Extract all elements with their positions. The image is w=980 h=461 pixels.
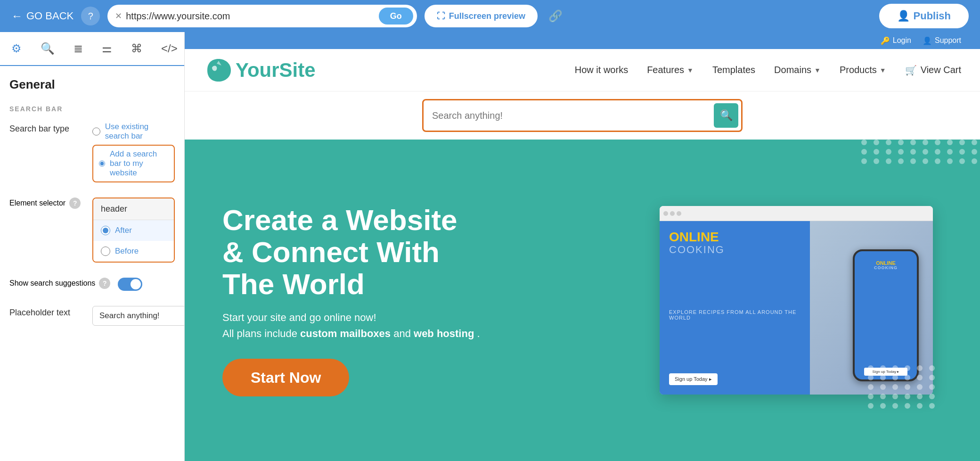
main-layout: ⚙ 🔍 ≣ ⚌ ⌘ </> General SEARCH BAR Search … xyxy=(0,32,980,461)
mockup-title-gray: COOKING xyxy=(669,244,800,256)
publish-button[interactable]: 👤 Publish xyxy=(879,4,969,28)
search-bar-type-label: Search bar type xyxy=(9,122,85,134)
content-area: 🔑 Login 👤 Support YourSite How it works … xyxy=(185,32,980,461)
element-selector-label-group: Element selector ? xyxy=(9,198,85,209)
url-clear-icon[interactable]: ✕ xyxy=(115,11,122,21)
site-logo: YourSite xyxy=(204,57,316,83)
after-option[interactable]: After xyxy=(93,220,174,241)
share-icon: 🔗 xyxy=(548,9,563,23)
go-back-button[interactable]: ← GO BACK xyxy=(11,9,74,23)
element-selector-help[interactable]: ? xyxy=(69,198,81,209)
sidebar-title: General xyxy=(9,77,175,92)
phone-mockup: ONLINE COOKING Sign up Today ▸ xyxy=(853,249,919,381)
hero-section: Create a Website & Connect With The Worl… xyxy=(185,140,980,461)
start-now-button[interactable]: Start Now xyxy=(222,359,349,396)
use-existing-label: Use existing search bar xyxy=(105,122,175,141)
logo-icon xyxy=(204,57,234,83)
login-link[interactable]: 🔑 Login xyxy=(881,36,911,45)
before-option[interactable]: Before xyxy=(93,241,174,262)
nav-features[interactable]: Features ▼ xyxy=(647,65,694,75)
search-bar-type-row: Search bar type Use existing search bar … xyxy=(9,122,175,182)
list-icon-button[interactable]: ≣ xyxy=(72,40,85,57)
view-cart-button[interactable]: 🛒 View Cart xyxy=(905,65,961,76)
search-bar-wrapper: 🔍 xyxy=(422,99,743,132)
hero-content: Create a Website & Connect With The Worl… xyxy=(222,204,480,397)
nav-templates[interactable]: Templates xyxy=(712,65,755,75)
logo-text: YourSite xyxy=(236,59,316,82)
hero-subtitle: Start your site and go online now! xyxy=(222,312,480,324)
back-arrow-icon: ← xyxy=(11,9,23,23)
dots-bottom-right xyxy=(868,365,938,409)
element-selector-label: Element selector xyxy=(9,199,65,207)
dot xyxy=(861,140,867,145)
settings-icon-button[interactable]: ⚙ xyxy=(9,40,24,57)
element-selector-container: After Before xyxy=(92,198,175,263)
nav-domains[interactable]: Domains ▼ xyxy=(774,65,821,75)
phone-title: ONLINE COOKING xyxy=(874,261,898,270)
search-submit-button[interactable]: 🔍 xyxy=(714,103,738,128)
show-suggestions-help[interactable]: ? xyxy=(99,278,110,289)
products-dropdown-icon: ▼ xyxy=(880,66,886,74)
show-suggestions-label-group: Show search suggestions ? xyxy=(9,278,110,289)
domains-dropdown-icon: ▼ xyxy=(814,66,821,74)
go-back-label: GO BACK xyxy=(26,10,74,22)
nav-products[interactable]: Products ▼ xyxy=(840,65,886,75)
fullscreen-label: Fullscreen preview xyxy=(449,11,525,21)
search-bar-section: 🔍 xyxy=(185,91,980,140)
placeholder-text-label: Placeholder text xyxy=(9,306,85,318)
mockup-title-yellow: ONLINE xyxy=(669,230,800,244)
add-search-bar-label: Add a search bar to my website xyxy=(110,149,168,178)
placeholder-text-input[interactable] xyxy=(92,306,184,326)
show-suggestions-toggle[interactable] xyxy=(118,278,142,291)
inject-radio-group: After Before xyxy=(93,220,174,262)
sidebar-toolbar: ⚙ 🔍 ≣ ⚌ ⌘ </> xyxy=(0,32,184,66)
share-button[interactable]: 🔗 xyxy=(545,6,566,26)
use-existing-radio[interactable] xyxy=(92,127,100,136)
fullscreen-icon: ⛶ xyxy=(437,11,445,21)
fullscreen-button[interactable]: ⛶ Fullscreen preview xyxy=(425,5,538,27)
sidebar-content: General SEARCH BAR Search bar type Use e… xyxy=(0,66,184,461)
hero-desc: All plans include custom mailboxes and w… xyxy=(222,328,480,340)
mockup-subtitle: EXPLORE RECIPES FROM ALL AROUND THE WORL… xyxy=(669,309,800,321)
grid-icon-button[interactable]: ⌘ xyxy=(129,40,144,57)
go-button[interactable]: Go xyxy=(379,8,413,25)
add-search-bar-radio[interactable] xyxy=(99,159,105,168)
table-icon-button[interactable]: ⚌ xyxy=(100,40,114,57)
add-search-bar-option[interactable]: Add a search bar to my website xyxy=(92,145,175,182)
section-label: SEARCH BAR xyxy=(9,105,175,113)
search-submit-icon: 🔍 xyxy=(720,109,733,122)
features-dropdown-icon: ▼ xyxy=(687,66,694,74)
element-selector-row: Element selector ? After Before xyxy=(9,198,175,263)
before-radio[interactable] xyxy=(101,247,110,256)
after-label: After xyxy=(115,226,132,235)
nav-how-it-works[interactable]: How it works xyxy=(575,65,628,75)
placeholder-text-row: Placeholder text xyxy=(9,306,175,326)
code-icon-button[interactable]: </> xyxy=(159,40,180,57)
dots-top-right xyxy=(861,140,980,164)
support-link[interactable]: 👤 Support xyxy=(923,36,961,45)
url-bar: ✕ Go xyxy=(107,5,417,27)
before-label: Before xyxy=(115,247,139,256)
mockup-hero-bg: ONLINE COOKING EXPLORE RECIPES FROM ALL … xyxy=(660,221,810,395)
site-nav: How it works Features ▼ Templates Domain… xyxy=(575,65,961,76)
mockup-cta: Sign up Today ▸ xyxy=(669,373,718,385)
element-selector-input[interactable] xyxy=(93,198,174,220)
cart-icon: 🛒 xyxy=(905,65,917,76)
publish-icon: 👤 xyxy=(897,10,910,22)
top-bar: ← GO BACK ? ✕ Go ⛶ Fullscreen preview 🔗 … xyxy=(0,0,980,32)
search-icon-button[interactable]: 🔍 xyxy=(39,40,57,57)
help-button[interactable]: ? xyxy=(81,7,100,25)
search-bar-type-options: Use existing search bar Add a search bar… xyxy=(92,122,175,182)
hero-image-area: ONLINE COOKING EXPLORE RECIPES FROM ALL … xyxy=(650,197,942,404)
after-radio[interactable] xyxy=(101,226,110,235)
website-header: YourSite How it works Features ▼ Templat… xyxy=(185,49,980,91)
search-input[interactable] xyxy=(426,107,714,125)
url-input[interactable] xyxy=(126,11,375,22)
hero-title: Create a Website & Connect With The Worl… xyxy=(222,204,480,301)
website-top-bar: 🔑 Login 👤 Support xyxy=(185,32,980,49)
publish-label: Publish xyxy=(914,10,951,22)
show-suggestions-label: Show search suggestions xyxy=(9,279,95,288)
show-suggestions-row: Show search suggestions ? xyxy=(9,278,175,291)
use-existing-option[interactable]: Use existing search bar xyxy=(92,122,175,141)
mockup-toolbar xyxy=(660,206,933,221)
